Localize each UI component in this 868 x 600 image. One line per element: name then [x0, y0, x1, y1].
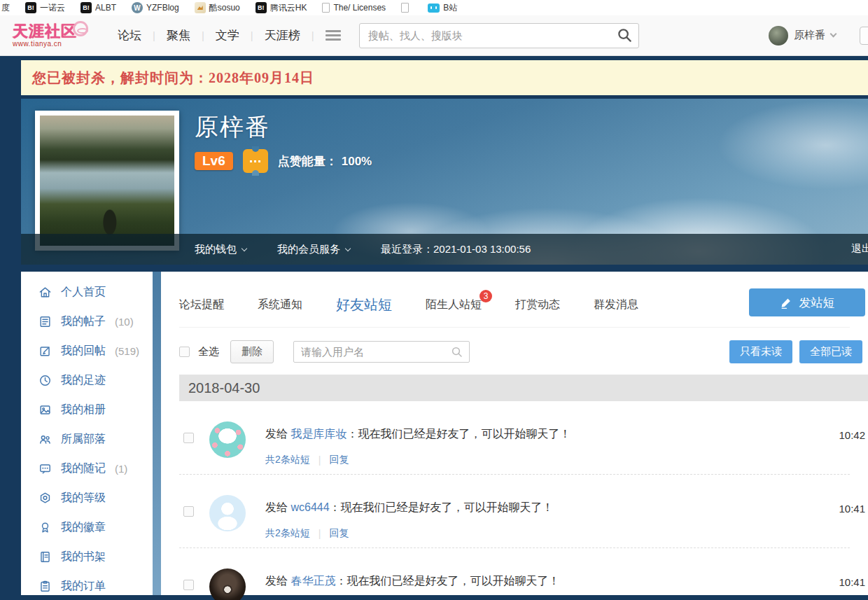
username-search [293, 341, 470, 363]
username-search-input[interactable] [293, 341, 470, 363]
search-icon[interactable] [451, 346, 463, 358]
message-tab[interactable]: 群发消息 [594, 298, 638, 312]
message-avatar[interactable] [209, 495, 246, 531]
tab-label: 打赏动态 [515, 298, 560, 310]
browser-bookmarks-bar: 度 B! 一诺云 B! ALBT W YZFBlog 酷sosuo B! 腾讯云… [0, 0, 868, 15]
sidebar-item[interactable]: 我的回帖 (519) [21, 336, 153, 365]
tab-label: 好友站短 [336, 297, 392, 312]
sidebar-item[interactable]: 我的徽章 [21, 512, 153, 542]
sidebar-item[interactable]: 我的订单 [21, 571, 153, 600]
search-icon[interactable] [617, 27, 634, 44]
sidebar-item-label: 我的订单 [61, 579, 106, 594]
reply-link[interactable]: 回复 [329, 527, 349, 540]
compose-message-button[interactable]: 发站短 [749, 288, 865, 316]
message-tab[interactable]: 打赏动态 [515, 298, 560, 312]
sidebar-item[interactable]: 我的等级 [21, 483, 153, 512]
select-all-checkbox[interactable] [179, 347, 190, 357]
logout-link[interactable]: 退出 [851, 242, 868, 256]
profile-sidebar: 个人首页 我的帖子 (10) 我的回帖 (519) 我的足迹 [21, 272, 153, 595]
bookmark-item[interactable]: 度 [1, 2, 10, 14]
profile-photo-frame[interactable] [35, 111, 179, 251]
my-wallet-label: 我的钱包 [195, 243, 237, 256]
sidebar-item-label: 我的足迹 [61, 373, 106, 388]
search-input[interactable] [359, 23, 639, 48]
reply-link[interactable]: 回复 [329, 454, 349, 466]
content-gutter [153, 272, 161, 595]
recipient-link[interactable]: 春华正茂 [290, 575, 335, 587]
bookmark-item[interactable]: B! ALBT [80, 2, 116, 13]
message-avatar[interactable] [209, 568, 246, 600]
date-group-header: 2018-04-30 [179, 375, 868, 401]
bookmark-item[interactable]: B! 一诺云 [25, 2, 65, 14]
delete-button[interactable]: 删除 [230, 340, 274, 363]
bookmark-label: B站 [443, 2, 457, 14]
bookmark-label: ALBT [95, 3, 116, 13]
bookmark-label: 一诺云 [40, 2, 65, 14]
message-actions: 共2条站短 | 回复 [265, 454, 570, 466]
bookmark-item[interactable]: The/ Licenses [322, 3, 386, 13]
tab-label: 论坛提醒 [179, 298, 224, 310]
sidebar-item-count: (10) [115, 316, 134, 328]
message-tab[interactable]: 系统通知 [258, 298, 302, 312]
message-checkbox[interactable] [183, 433, 194, 443]
sidebar-item[interactable]: 我的相册 [21, 395, 153, 424]
bookmark-favicon-icon: W [132, 2, 143, 13]
logo-title: 天涯社区 [13, 24, 77, 39]
bookmark-item[interactable]: B! 腾讯云HK [255, 2, 307, 14]
my-wallet-menu[interactable]: 我的钱包 [195, 243, 246, 256]
bookmark-item[interactable]: B站 [428, 2, 457, 14]
sidebar-item[interactable]: 我的足迹 [21, 365, 153, 395]
message-tab[interactable]: 好友站短 [336, 295, 392, 314]
sidebar-item[interactable]: 我的书架 [21, 542, 153, 571]
sidebar-item-icon [38, 580, 52, 593]
tab-label: 陌生人站短 [426, 298, 482, 310]
recipient-link[interactable]: 我是库库妆 [290, 428, 346, 440]
select-all-label[interactable]: 全选 [198, 345, 219, 358]
like-energy-value: 100% [342, 155, 372, 169]
sidebar-item[interactable]: 我的随记 (1) [21, 454, 153, 483]
user-avatar [769, 26, 788, 46]
menu-hamburger-icon[interactable] [326, 30, 341, 41]
bookmark-item[interactable]: 酷sosuo [195, 2, 240, 14]
my-vip-label: 我的会员服务 [277, 243, 340, 256]
thread-count-link[interactable]: 共2条站短 [265, 454, 310, 466]
nav-item-forum[interactable]: 论坛 [106, 27, 153, 43]
bookmark-item[interactable] [401, 3, 412, 13]
recipient-link[interactable]: wc6444 [290, 501, 329, 513]
message-avatar[interactable] [209, 421, 246, 458]
my-vip-menu[interactable]: 我的会员服务 [277, 243, 350, 256]
nav-item-ranking[interactable]: 天涯榜 [253, 27, 312, 43]
message-checkbox[interactable] [183, 506, 194, 517]
sidebar-item[interactable]: 我的帖子 (10) [21, 307, 153, 336]
filter-toolbar: 全选 删除 只看未读 全部已读 [179, 340, 850, 363]
thread-count-link[interactable]: 共2条站短 [265, 527, 310, 540]
message-time: 10:41 [839, 576, 865, 588]
sidebar-item-icon [38, 521, 52, 534]
bookmark-label: 腾讯云HK [270, 2, 307, 14]
bookmark-favicon-icon [322, 3, 330, 13]
tianya-logo[interactable]: 天涯社区 www.tianya.cn [13, 24, 77, 48]
message-tab[interactable]: 陌生人站短 3 [426, 298, 482, 312]
unread-only-button[interactable]: 只看未读 [729, 340, 792, 363]
sidebar-item[interactable]: 个人首页 [21, 277, 153, 307]
bookmark-favicon-icon [195, 2, 206, 13]
sidebar-item-label: 我的随记 [61, 461, 106, 476]
unread-badge: 3 [479, 290, 492, 302]
header-search [359, 23, 639, 48]
message-list: 发给 我是库库妆：现在我们已经是好友了，可以开始聊天了！ 共2条站短 | 回复 … [179, 401, 850, 600]
bookmark-item[interactable]: W YZFBlog [132, 2, 179, 13]
message-tab[interactable]: 论坛提醒 [179, 298, 224, 312]
nav-item-focus[interactable]: 聚焦 [155, 27, 202, 43]
message-checkbox[interactable] [183, 580, 194, 590]
message-prefix: 发给 [265, 575, 288, 587]
pencil-icon [780, 296, 793, 309]
ticket-icon[interactable] [243, 149, 268, 173]
sidebar-item-count: (1) [115, 463, 127, 475]
nav-item-literature[interactable]: 文学 [204, 27, 251, 43]
level-badge[interactable]: Lv6 [195, 152, 233, 170]
sidebar-item-label: 个人首页 [61, 285, 106, 300]
sidebar-item[interactable]: 所属部落 [21, 424, 153, 454]
mark-all-read-button[interactable]: 全部已读 [799, 340, 862, 363]
header-user-menu[interactable]: 原梓番 [769, 26, 836, 46]
banner-bottom-strip: 我的钱包 我的会员服务 最近登录：2021-01-03 13:00:56 退出 [21, 234, 868, 265]
